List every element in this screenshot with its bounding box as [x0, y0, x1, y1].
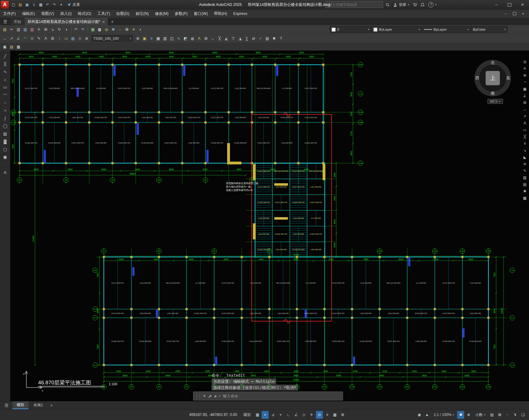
menu-item-6[interactable]: 绘图(D): [113, 10, 132, 18]
tssd-convert-icon[interactable]: ⇄: [250, 35, 257, 42]
palette-tool-icon[interactable]: ▩: [522, 195, 528, 201]
layer-properties-icon[interactable]: ▦: [90, 26, 96, 33]
tssd-break-icon[interactable]: ╳: [216, 35, 223, 42]
autoscale-icon[interactable]: ▲: [424, 411, 431, 419]
tssd-section-icon[interactable]: ◩: [182, 35, 189, 42]
settings-tool-icon[interactable]: ✱: [522, 188, 528, 194]
circle-icon[interactable]: ○: [2, 99, 9, 106]
tab-close-icon[interactable]: ✕: [102, 20, 105, 24]
insert-block-icon[interactable]: ▣: [2, 153, 9, 160]
command-bar-grip[interactable]: ⋮⋮: [195, 394, 201, 398]
layer-control[interactable]: 0 ▾: [330, 26, 371, 33]
line-icon[interactable]: ╱: [2, 53, 9, 60]
menu-item-12[interactable]: Express: [230, 10, 250, 18]
command-input-field[interactable]: ▸ ▾: [214, 393, 341, 399]
tssd-wall-icon[interactable]: ▥: [162, 35, 168, 42]
cut-icon[interactable]: ✂: [8, 26, 15, 33]
tab-model[interactable]: 模型: [12, 401, 29, 409]
doc-restore-button[interactable]: [510, 11, 518, 17]
tssd-calc-icon[interactable]: ∑: [244, 35, 250, 42]
tssd-stair-icon[interactable]: ◫: [169, 35, 175, 42]
zoom-icon[interactable]: ⊕: [522, 72, 528, 78]
polar-icon[interactable]: ∠: [293, 411, 300, 419]
layer-off-icon[interactable]: ◌: [117, 26, 123, 33]
tssd-layer-icon[interactable]: ▤: [264, 35, 271, 42]
search-icon[interactable]: [384, 1, 391, 8]
doc-close-button[interactable]: ✕: [519, 11, 527, 17]
join-tool-icon[interactable]: ≡: [522, 140, 528, 147]
infer-constraints-icon[interactable]: ⊿: [269, 411, 276, 419]
new-tab-button[interactable]: +: [108, 18, 116, 25]
color-control[interactable]: ByLayer ▾: [372, 26, 422, 33]
gradient-icon[interactable]: ▓: [2, 138, 9, 145]
menu-item-9[interactable]: 参数(P): [172, 10, 191, 18]
viewcube-menu-icon[interactable]: ▣: [522, 86, 528, 92]
pan-icon[interactable]: ✛: [522, 65, 528, 72]
save-icon[interactable]: ▣: [24, 1, 30, 8]
tssd-column-icon[interactable]: ▣: [141, 35, 148, 42]
save-as-icon[interactable]: ⇓: [31, 1, 37, 8]
redo-small-icon[interactable]: ↷: [80, 26, 86, 33]
construction-line-icon[interactable]: ╳: [2, 60, 9, 67]
plotstyle-control[interactable]: ByColor ▾: [471, 26, 508, 33]
dim-angular-icon[interactable]: ∠: [15, 35, 22, 42]
leader-icon[interactable]: ↕: [56, 35, 63, 42]
erase-icon[interactable]: ▧: [29, 26, 35, 33]
transparency-icon[interactable]: ▩: [331, 411, 338, 419]
clean-screen-icon[interactable]: ❏: [519, 411, 527, 419]
dim-arc-icon[interactable]: ◠: [22, 35, 29, 42]
text-edit-icon[interactable]: ✎: [36, 35, 42, 42]
tssd-truss-icon[interactable]: ◮: [237, 35, 243, 42]
rectangle-icon[interactable]: ▭: [2, 84, 9, 91]
tssd-check-icon[interactable]: ✓: [257, 35, 264, 42]
tssd-slab-icon[interactable]: ▦: [155, 35, 161, 42]
paste-icon[interactable]: ▤: [2, 26, 8, 33]
compass-south-label[interactable]: 南: [491, 91, 495, 96]
undo-icon[interactable]: ↶: [44, 1, 51, 8]
search-input[interactable]: [328, 2, 381, 7]
undo-small-icon[interactable]: ↶: [73, 26, 79, 33]
sign-in-button[interactable]: 登录 ▾: [392, 2, 411, 7]
isolate-objects-icon[interactable]: ◌: [504, 411, 511, 419]
measure-icon[interactable]: ⊕: [83, 35, 90, 42]
model-space-button[interactable]: 模型: [241, 412, 253, 418]
copy-object-icon[interactable]: ⊞: [42, 26, 49, 33]
arc-icon[interactable]: ◠: [2, 91, 9, 98]
compass-west-label[interactable]: 西: [475, 75, 479, 81]
ellipse-icon[interactable]: ◯: [2, 122, 9, 129]
plot-icon[interactable]: ▦: [37, 1, 44, 8]
close-button[interactable]: ✕: [516, 0, 529, 9]
tssd-axis-icon[interactable]: ⊕: [134, 35, 141, 42]
erase-tool-icon[interactable]: ▧: [522, 175, 528, 181]
viewcube-top-face[interactable]: 上: [486, 71, 500, 85]
scale-tool-icon[interactable]: ◣: [522, 154, 528, 160]
layer-isolate-icon[interactable]: ◎: [103, 26, 110, 33]
match-properties-icon[interactable]: ▨: [22, 26, 29, 33]
tab-overview-icon[interactable]: ☰: [0, 18, 11, 25]
linetype-control[interactable]: ByLayer ▾: [422, 26, 471, 33]
menu-item-8[interactable]: 修改(M): [152, 10, 172, 18]
menu-item-10[interactable]: 窗口(W): [191, 10, 211, 18]
compass-east-label[interactable]: 东: [506, 75, 510, 81]
menu-item-5[interactable]: 工具(T): [94, 10, 113, 18]
tssd-table-icon[interactable]: ⊞: [203, 35, 209, 42]
copy-icon[interactable]: ▥: [15, 26, 22, 33]
tssd-weld-icon[interactable]: ◭: [223, 35, 230, 42]
notification-icon[interactable]: [419, 1, 426, 8]
qat-dropdown-icon[interactable]: ▾: [58, 1, 64, 8]
tssd-beam-icon[interactable]: ≡: [148, 35, 155, 42]
text-icon[interactable]: A: [2, 169, 9, 176]
dim-linear-icon[interactable]: ↔: [2, 35, 8, 42]
app-logo-icon[interactable]: A: [1, 1, 9, 9]
navigation-wheel-icon[interactable]: ◎: [522, 59, 528, 65]
dim-radius-icon[interactable]: ⊙: [29, 35, 35, 42]
isodraft-icon[interactable]: ◇: [300, 411, 307, 419]
menu-item-2[interactable]: 视图(V): [38, 10, 57, 18]
tool-palette-icon[interactable]: ▦: [15, 43, 22, 50]
render-icon[interactable]: ◐: [137, 26, 144, 33]
mtext-tool-icon[interactable]: A: [522, 120, 528, 126]
revcloud-icon[interactable]: ≈: [2, 107, 9, 114]
leader-tool-icon[interactable]: ↗: [522, 113, 528, 119]
measure-tool-icon[interactable]: ∠: [522, 93, 528, 99]
sheet-set-icon[interactable]: ▤: [8, 43, 15, 50]
